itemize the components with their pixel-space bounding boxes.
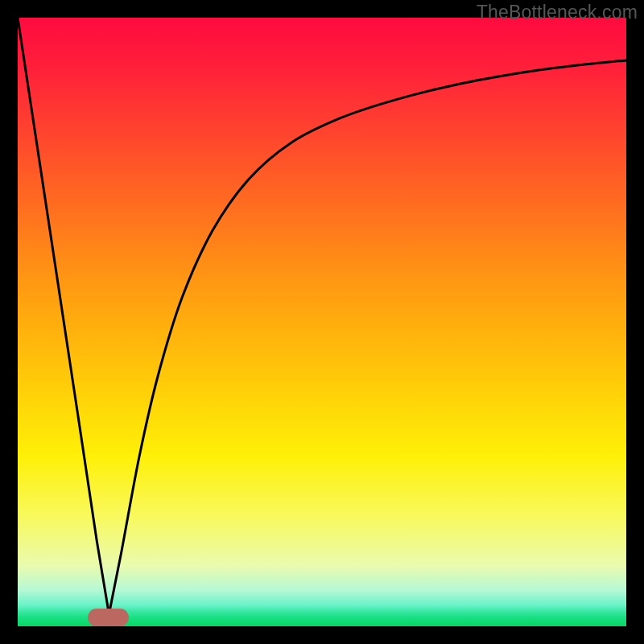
curve-right-ascent xyxy=(109,60,626,614)
watermark-text: TheBottleneck.com xyxy=(477,2,638,23)
optimal-well-marker xyxy=(88,609,129,626)
curve-left-descent xyxy=(18,18,109,614)
bottleneck-curve xyxy=(18,18,626,626)
chart-frame: TheBottleneck.com xyxy=(0,0,644,644)
